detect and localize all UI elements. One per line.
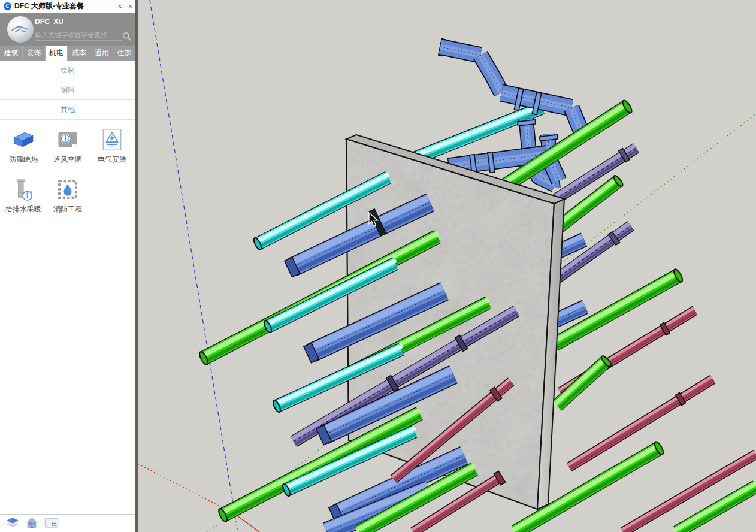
tool-grid: 防腐绝热通风空调电气安装给排水采暖消防工程 xyxy=(0,120,135,218)
tab-bar: 建筑装饰机电成本通用住加 xyxy=(0,46,135,61)
tool-通风空调[interactable]: 通风空调 xyxy=(46,127,90,165)
section-其他[interactable]: 其他 xyxy=(0,100,135,119)
tab-建筑[interactable]: 建筑 xyxy=(0,46,23,61)
status-bar xyxy=(0,514,135,532)
tool-消防工程[interactable]: 消防工程 xyxy=(46,177,90,214)
tool-label: 电气安装 xyxy=(98,155,126,165)
tool-label: 防腐绝热 xyxy=(9,155,38,165)
hvac-info-icon xyxy=(55,127,80,152)
plumbing-pipe-icon xyxy=(11,177,36,202)
insulation-duct-icon xyxy=(11,127,36,152)
window-title: DFC 大师版-专业套餐 xyxy=(14,1,115,11)
sidebar: C DFC 大师版-专业套餐 < × DFC_XU 建筑装饰机电成本通用住加 绘… xyxy=(0,0,138,532)
tool-label: 消防工程 xyxy=(53,204,82,214)
collapse-button[interactable]: < xyxy=(115,0,125,13)
3d-viewport[interactable] xyxy=(138,0,756,532)
tab-住加[interactable]: 住加 xyxy=(113,46,135,61)
electrical-warning-icon xyxy=(99,127,125,152)
search-icon[interactable] xyxy=(122,32,131,41)
section-list: 绘制编辑其他 xyxy=(0,61,135,120)
tool-防腐绝热[interactable]: 防腐绝热 xyxy=(1,127,46,165)
fire-protection-icon xyxy=(55,177,80,202)
tool-label: 给排水采暖 xyxy=(5,204,41,214)
dfc-logo-icon: C xyxy=(4,2,11,10)
archive-icon[interactable] xyxy=(43,515,60,532)
avatar-sketch-icon xyxy=(11,25,30,34)
building-icon[interactable] xyxy=(25,515,39,532)
layers-icon[interactable] xyxy=(5,515,20,532)
tab-成本[interactable]: 成本 xyxy=(68,46,90,61)
close-button[interactable]: × xyxy=(125,0,135,13)
tool-给排水采暖[interactable]: 给排水采暖 xyxy=(1,177,46,214)
tab-装饰[interactable]: 装饰 xyxy=(23,46,46,61)
tool-label: 通风空调 xyxy=(53,155,82,165)
tab-通用[interactable]: 通用 xyxy=(90,46,113,61)
search-input[interactable] xyxy=(35,29,122,41)
sketchup-scene[interactable] xyxy=(138,0,756,532)
panel-body: 绘制编辑其他 防腐绝热通风空调电气安装给排水采暖消防工程 xyxy=(0,61,135,218)
section-绘制[interactable]: 绘制 xyxy=(0,61,135,80)
app-window: C DFC 大师版-专业套餐 < × DFC_XU 建筑装饰机电成本通用住加 绘… xyxy=(0,0,756,532)
titlebar: C DFC 大师版-专业套餐 < × xyxy=(0,0,135,13)
tool-电气安装[interactable]: 电气安装 xyxy=(90,127,134,165)
section-编辑[interactable]: 编辑 xyxy=(0,80,135,99)
avatar[interactable] xyxy=(7,16,34,43)
user-panel: DFC_XU xyxy=(0,13,135,46)
tab-机电[interactable]: 机电 xyxy=(46,46,68,61)
username: DFC_XU xyxy=(35,17,63,26)
